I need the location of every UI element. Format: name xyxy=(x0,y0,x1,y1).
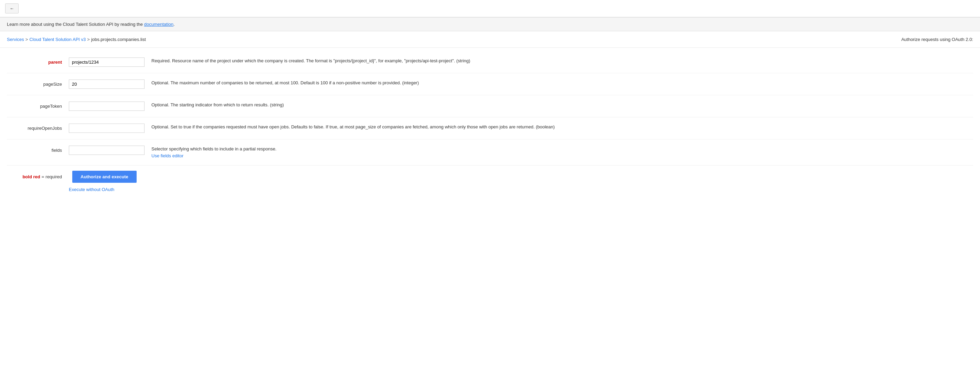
use-fields-editor-link[interactable]: Use fields editor xyxy=(151,153,183,158)
breadcrumb: Services > Cloud Talent Solution API v3 … xyxy=(0,31,980,48)
desc-pagesize: Optional. The maximum number of companie… xyxy=(151,80,973,86)
input-pagetoken[interactable] xyxy=(69,102,145,111)
back-button-bar: ← xyxy=(0,0,980,17)
breadcrumb-current: jobs.projects.companies.list xyxy=(91,37,146,42)
legend-required-text: required xyxy=(45,174,62,179)
info-banner: Learn more about using the Cloud Talent … xyxy=(0,17,980,31)
bottom-actions: bold red = required Authorize and execut… xyxy=(7,165,973,199)
input-wrapper-requireopenjobs xyxy=(69,124,145,133)
input-requireopenjobs[interactable] xyxy=(69,124,145,133)
form-row-parent: parent Required. Resource name of the pr… xyxy=(7,51,973,73)
desc-parent: Required. Resource name of the project u… xyxy=(151,57,973,64)
execute-without-oauth-link[interactable]: Execute without OAuth xyxy=(69,187,114,192)
oauth-label: Authorize requests using OAuth 2.0: xyxy=(901,37,973,42)
form-row-fields: fields Selector specifying which fields … xyxy=(7,139,973,165)
legend-and-button: bold red = required Authorize and execut… xyxy=(7,171,966,183)
back-button[interactable]: ← xyxy=(5,3,19,13)
label-parent: parent xyxy=(7,57,69,65)
breadcrumb-separator-1: > xyxy=(25,37,28,42)
authorize-execute-button[interactable]: Authorize and execute xyxy=(72,171,137,183)
label-requireopenjobs: requireOpenJobs xyxy=(7,124,69,131)
label-pagetoken: pageToken xyxy=(7,102,69,109)
input-wrapper-parent xyxy=(69,57,145,67)
info-banner-text-after: . xyxy=(173,22,175,27)
legend-part: bold red = required xyxy=(7,174,69,179)
input-pagesize[interactable] xyxy=(69,80,145,89)
legend-bold-red: bold red xyxy=(22,174,40,179)
input-wrapper-fields xyxy=(69,146,145,155)
services-link[interactable]: Services xyxy=(7,37,24,42)
info-banner-text: Learn more about using the Cloud Talent … xyxy=(7,22,144,27)
form-container: parent Required. Resource name of the pr… xyxy=(0,48,980,209)
breadcrumb-separator-2: > xyxy=(87,37,90,42)
input-fields[interactable] xyxy=(69,146,145,155)
input-wrapper-pagesize xyxy=(69,80,145,89)
form-row-pagesize: pageSize Optional. The maximum number of… xyxy=(7,73,973,95)
label-fields: fields xyxy=(7,146,69,153)
documentation-link[interactable]: documentation xyxy=(144,22,173,27)
desc-pagetoken: Optional. The starting indicator from wh… xyxy=(151,102,973,108)
form-row-pagetoken: pageToken Optional. The starting indicat… xyxy=(7,95,973,118)
form-row-requireopenjobs: requireOpenJobs Optional. Set to true if… xyxy=(7,118,973,139)
api-link[interactable]: Cloud Talent Solution API v3 xyxy=(29,37,86,42)
legend-equals: = xyxy=(41,174,45,179)
label-pagesize: pageSize xyxy=(7,80,69,87)
execute-oauth-link-container: Execute without OAuth xyxy=(69,183,966,192)
input-parent[interactable] xyxy=(69,57,145,67)
desc-requireopenjobs: Optional. Set to true if the companies r… xyxy=(151,124,973,130)
breadcrumb-left: Services > Cloud Talent Solution API v3 … xyxy=(7,37,146,42)
input-wrapper-pagetoken xyxy=(69,102,145,111)
desc-fields: Selector specifying which fields to incl… xyxy=(151,146,973,159)
